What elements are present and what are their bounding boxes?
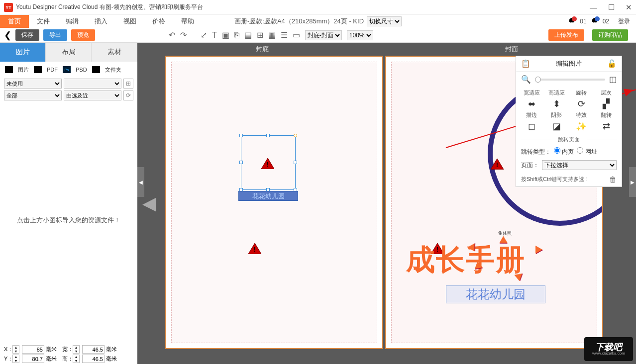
distribute-icon[interactable]: ⊞ (257, 30, 263, 40)
y-spinner[interactable]: ▴▾ (12, 355, 19, 363)
prev-spread-icon[interactable]: ◀ (142, 193, 156, 214)
shadow-icon[interactable]: ◪ (544, 121, 569, 132)
page-back-cover[interactable]: ! 花花幼儿园 ! (165, 56, 383, 349)
radio-inner-page[interactable]: 内页 (554, 147, 574, 156)
effects-icon[interactable]: ✨ (569, 121, 594, 132)
collapse-left-icon[interactable]: ◀ (137, 167, 144, 197)
image-tool-icon[interactable]: ▣ (222, 30, 229, 40)
menu-help[interactable]: 帮助 (173, 15, 202, 28)
close-icon[interactable]: ✕ (626, 3, 632, 12)
pdf-icon[interactable] (34, 66, 42, 73)
svg-text:!: ! (496, 162, 498, 169)
size-switch-select[interactable]: 切换尺寸 (367, 16, 402, 26)
warning-icon: ! (491, 159, 504, 170)
title-bar: YT Youtu Designer Creative Cloud 有图-领先的创… (0, 0, 636, 15)
folder-icon[interactable] (92, 66, 100, 73)
folder-image-icon[interactable] (5, 66, 13, 73)
menu-insert[interactable]: 插入 (87, 15, 115, 28)
watermark: 下载吧 www.xiazaiba.com (584, 337, 633, 361)
svg-text:!: ! (267, 161, 269, 169)
clipboard-icon[interactable]: 📋 (521, 59, 530, 68)
tab-layout[interactable]: 布局 (46, 43, 92, 62)
fit-width-icon[interactable]: ⬌ (519, 98, 544, 109)
x-spinner[interactable]: ▴▾ (12, 345, 19, 354)
export-button[interactable]: 导出 (43, 29, 67, 41)
app-logo-icon: YT (4, 3, 13, 12)
panel-title: 编辑图片 (556, 59, 582, 68)
layer-icon[interactable]: ▞ (594, 98, 619, 109)
align-icon[interactable]: ▤ (244, 30, 252, 40)
back-icon[interactable]: ❮ (4, 30, 11, 41)
login-link[interactable]: 登录 (618, 17, 630, 26)
photo-label: 集体照 (498, 230, 512, 237)
qq-icon-2[interactable] (591, 17, 599, 25)
jump-page-select[interactable]: 下拉选择 (542, 160, 617, 170)
multiselect-hint: 按Shift或Ctrl键可支持多选！ (521, 176, 590, 183)
order-button[interactable]: 订购印品 (592, 29, 628, 41)
radio-url[interactable]: 网址 (577, 147, 597, 156)
page-icon[interactable]: ▭ (293, 30, 300, 40)
text-tool-icon[interactable]: T (212, 31, 217, 40)
left-panel: 图片 布局 素材 图片 PDF PsPSD 文件夹 未使用 ⊞ 全部 由远及近 … (0, 43, 137, 364)
unlock-icon[interactable]: 🔓 (607, 59, 617, 68)
upload-button[interactable]: 上传发布 (548, 29, 584, 41)
filter-empty[interactable] (64, 79, 121, 89)
selection-box[interactable]: ! (241, 135, 296, 190)
collapse-right-icon[interactable]: ▶ (629, 167, 636, 197)
front-cover-label: 封面 (387, 45, 636, 54)
maximize-icon[interactable]: ☐ (608, 3, 615, 12)
refresh-icon[interactable]: ⟳ (123, 91, 133, 100)
list-icon[interactable]: ☰ (281, 30, 288, 40)
warning-icon: ! (261, 158, 274, 169)
menu-edit[interactable]: 编辑 (58, 15, 87, 28)
minimize-icon[interactable]: — (590, 3, 597, 12)
page-range-select[interactable]: 封底-封面 (305, 30, 342, 40)
filter-sort[interactable]: 由远及近 (64, 91, 121, 100)
trash-icon[interactable]: 🗑 (609, 175, 617, 183)
qq-icon-1[interactable] (568, 17, 576, 25)
coordinates-panel: X：▴▾毫米 宽：▴▾毫米 Y：▴▾毫米 高：▴▾毫米 (4, 345, 121, 363)
w-spinner[interactable]: ▴▾ (73, 345, 80, 354)
grid-view-icon[interactable]: ⊞ (123, 79, 133, 89)
tab-image[interactable]: 图片 (0, 43, 46, 62)
menu-file[interactable]: 文件 (29, 15, 58, 28)
h-input[interactable] (82, 355, 105, 363)
toolbar: ❮ 保存 导出 预览 ↶ ↷ ⤢ T ▣ ⎘ ▤ ⊞ ▦ ☰ ▭ 封底-封面 1… (0, 28, 636, 43)
preview-button[interactable]: 预览 (71, 29, 95, 41)
canvas-area[interactable]: 封底 封面 ◀ ! 花花幼儿园 ! ! ! 集体照 (137, 43, 636, 364)
svg-text:!: ! (254, 246, 256, 254)
undo-icon[interactable]: ↶ (169, 30, 175, 40)
menu-home[interactable]: 首页 (0, 15, 29, 28)
w-input[interactable] (82, 345, 105, 354)
filter-unused[interactable]: 未使用 (4, 79, 62, 89)
jump-section-title: 跳转页面 (516, 134, 622, 145)
zoom-select[interactable]: 100% (347, 30, 373, 40)
rotate-icon[interactable]: ⟳ (569, 98, 594, 109)
stroke-icon[interactable]: ◻ (519, 121, 544, 132)
filter-all[interactable]: 全部 (4, 91, 62, 100)
zoom-in-icon[interactable]: 🔍 (521, 75, 531, 84)
flip-icon[interactable]: ⇄ (594, 121, 619, 132)
grid-icon[interactable]: ▦ (268, 30, 276, 40)
caption-box[interactable]: 花花幼儿园 (238, 191, 298, 201)
window-title: Youtu Designer Creative Cloud 有图-领先的创意、营… (16, 3, 203, 11)
back-cover-label: 封底 (137, 45, 387, 54)
menu-view[interactable]: 视图 (115, 15, 144, 28)
zoom-slider[interactable] (535, 79, 605, 81)
copy-icon[interactable]: ⎘ (234, 31, 239, 40)
fit-height-icon[interactable]: ⬍ (544, 98, 569, 109)
crop-icon[interactable]: ◫ (609, 75, 617, 84)
h-spinner[interactable]: ▴▾ (73, 355, 80, 363)
document-title: 画册-竖款:竖款A4（210x285mm）24页 - KID (234, 17, 364, 26)
zoom-tool-icon[interactable]: ⤢ (201, 30, 207, 40)
redo-icon[interactable]: ↷ (180, 30, 187, 40)
save-button[interactable]: 保存 (15, 29, 39, 41)
import-hint: 点击上方小图标导入您的资源文件！ (0, 216, 137, 225)
y-input[interactable] (22, 355, 44, 363)
edit-image-panel: 📋 编辑图片 🔓 🔍 ◫ 宽适应 高适应 旋转 层次 ⬌ ⬍ ⟳ ▞ 描边 阴影 (516, 56, 622, 187)
menu-price[interactable]: 价格 (144, 15, 173, 28)
ps-icon[interactable]: Ps (63, 66, 71, 73)
tab-material[interactable]: 素材 (92, 43, 137, 62)
subtitle-text[interactable]: 花花幼儿园 (446, 285, 545, 303)
x-input[interactable] (22, 345, 44, 354)
